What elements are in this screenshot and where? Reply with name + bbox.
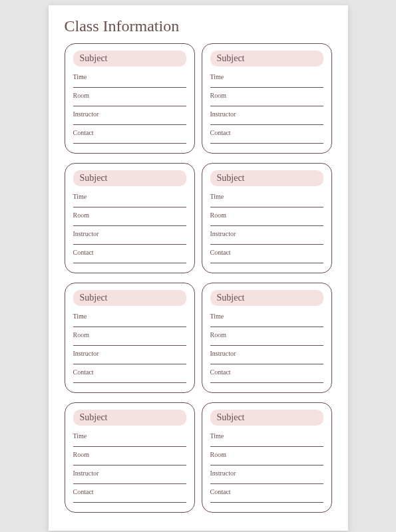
field-label: Room [210,211,323,219]
field-line[interactable] [210,244,323,245]
field-row: Room [73,451,186,466]
field-label: Instructor [210,110,323,118]
field-row: Time [210,193,323,207]
subject-label: Subject [73,290,186,306]
field-label: Contact [73,129,186,136]
field-line[interactable] [210,502,323,503]
field-label: Contact [73,368,186,376]
field-label: Instructor [210,469,323,477]
field-line[interactable] [210,225,323,226]
field-row: Instructor [210,110,323,125]
field-line[interactable] [73,502,186,503]
field-row: Room [73,92,186,106]
field-row: Time [210,432,323,447]
field-label: Time [210,193,323,200]
field-label: Room [210,92,323,99]
field-row: Instructor [73,469,186,484]
field-line[interactable] [210,207,323,207]
field-row: Contact [73,249,186,263]
field-label: Time [73,313,186,320]
field-label: Time [210,73,323,80]
field-label: Instructor [73,469,186,477]
field-row: Contact [73,129,186,144]
field-row: Time [210,73,323,88]
field-row: Contact [73,368,186,383]
field-label: Time [73,193,186,200]
field-line[interactable] [210,143,323,144]
field-row: Time [73,432,186,447]
field-label: Time [73,432,186,440]
field-row: Room [210,92,323,106]
field-row: Room [210,211,323,226]
field-line[interactable] [73,263,186,263]
field-line[interactable] [73,225,186,226]
field-row: Room [73,211,186,226]
field-line[interactable] [210,446,323,447]
field-line[interactable] [73,143,186,144]
field-line[interactable] [210,382,323,383]
subject-label: Subject [73,170,186,186]
field-line[interactable] [210,465,323,466]
field-line[interactable] [73,345,186,346]
field-line[interactable] [73,364,186,364]
field-row: Instructor [73,230,186,245]
field-line[interactable] [73,446,186,447]
field-line[interactable] [73,327,186,327]
field-label: Room [73,211,186,219]
field-label: Contact [210,249,323,256]
subject-label: Subject [210,170,323,186]
field-label: Instructor [73,110,186,118]
class-card: SubjectTimeRoomInstructorContact [65,163,195,273]
page-container: Class Information SubjectTimeRoomInstruc… [49,5,348,531]
field-line[interactable] [210,483,323,484]
field-line[interactable] [210,364,323,364]
field-label: Room [210,451,323,458]
class-card: SubjectTimeRoomInstructorContact [202,402,332,513]
field-label: Instructor [210,230,323,237]
field-line[interactable] [73,382,186,383]
field-row: Room [73,331,186,346]
field-line[interactable] [210,327,323,327]
class-card: SubjectTimeRoomInstructorContact [65,283,195,393]
subject-label: Subject [73,51,186,66]
field-row: Contact [210,249,323,263]
field-line[interactable] [73,106,186,106]
field-label: Contact [73,488,186,495]
field-label: Contact [210,129,323,136]
field-line[interactable] [73,244,186,245]
field-row: Time [210,313,323,327]
field-line[interactable] [73,124,186,125]
field-line[interactable] [210,124,323,125]
field-label: Contact [210,488,323,495]
field-label: Contact [73,249,186,256]
field-label: Room [73,92,186,99]
field-line[interactable] [73,207,186,207]
field-label: Instructor [73,350,186,357]
field-row: Contact [73,488,186,503]
field-line[interactable] [73,483,186,484]
field-line[interactable] [210,345,323,346]
field-line[interactable] [210,106,323,106]
field-line[interactable] [73,465,186,466]
field-line[interactable] [210,263,323,263]
subject-label: Subject [210,290,323,306]
field-label: Room [73,331,186,338]
field-row: Room [210,451,323,466]
field-line[interactable] [73,87,186,88]
field-row: Instructor [73,350,186,364]
field-row: Time [73,73,186,88]
field-label: Instructor [73,230,186,237]
subject-label: Subject [210,410,323,426]
subject-label: Subject [210,51,323,66]
field-row: Room [210,331,323,346]
field-row: Instructor [210,350,323,364]
field-label: Contact [210,368,323,376]
class-card: SubjectTimeRoomInstructorContact [65,402,195,513]
field-row: Instructor [210,230,323,245]
field-label: Room [73,451,186,458]
field-row: Time [73,313,186,327]
field-label: Time [73,73,186,80]
class-card: SubjectTimeRoomInstructorContact [202,163,332,273]
field-row: Instructor [73,110,186,125]
field-line[interactable] [210,87,323,88]
